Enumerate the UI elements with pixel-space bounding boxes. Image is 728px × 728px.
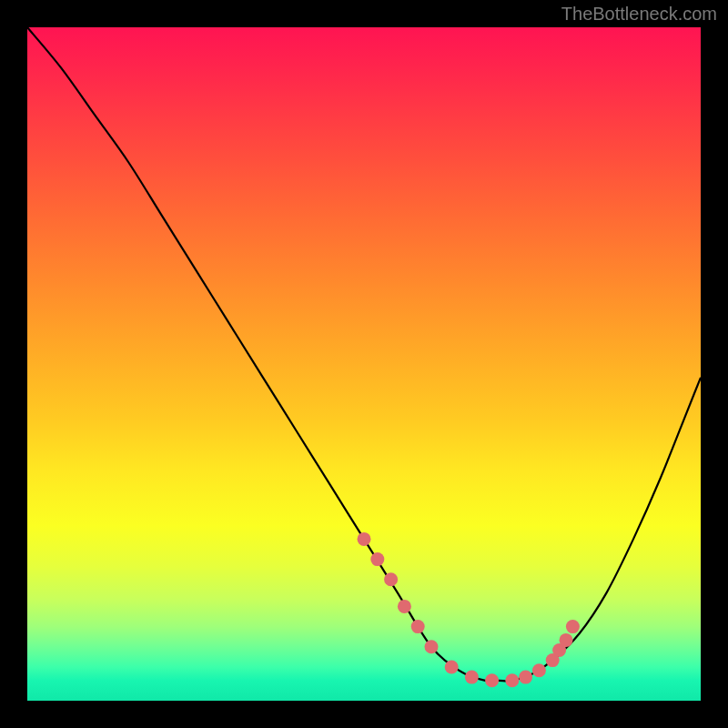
bottleneck-curve-line xyxy=(27,27,701,681)
marker-dot xyxy=(485,673,499,687)
watermark-text: TheBottleneck.com xyxy=(561,4,717,25)
marker-dot xyxy=(519,671,532,684)
marker-dot xyxy=(384,572,398,586)
marker-dot xyxy=(370,552,384,566)
chart-svg xyxy=(27,27,701,701)
marker-dot xyxy=(398,600,411,613)
marker-dot xyxy=(505,673,519,687)
marker-dot xyxy=(411,620,425,633)
marker-dot xyxy=(566,620,580,633)
marker-dot xyxy=(358,532,371,546)
marker-dot xyxy=(560,633,573,647)
chart-plot-area xyxy=(27,27,701,701)
marker-dot xyxy=(425,640,439,653)
highlighted-markers xyxy=(358,532,580,687)
marker-dot xyxy=(465,671,479,684)
marker-dot xyxy=(445,661,459,674)
marker-dot xyxy=(532,663,546,677)
